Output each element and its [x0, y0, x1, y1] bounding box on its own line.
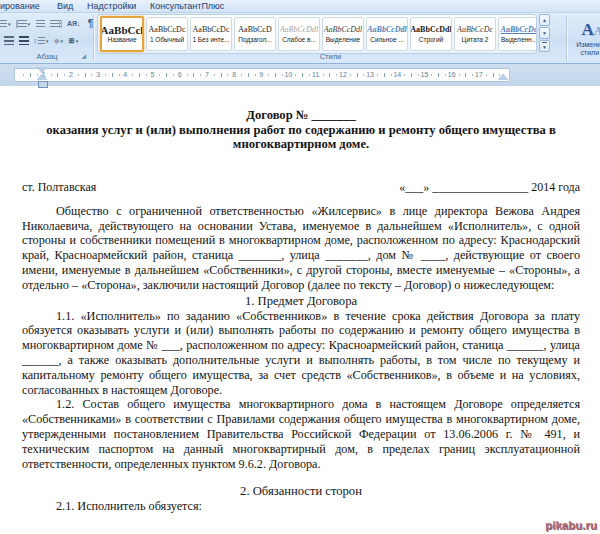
ruler-tick	[404, 74, 405, 76]
change-styles-button[interactable]: AA Изменить стили ▾	[569, 15, 600, 61]
ruler-tick	[78, 74, 79, 76]
horizontal-ruler[interactable]: 1234567891011121314151617	[0, 64, 600, 86]
style-sample: AaBbCcD	[238, 25, 271, 35]
more-styles-icon: ▼	[542, 42, 547, 50]
style-item-6[interactable]: AaBbCcDdlСильное ...	[366, 17, 408, 51]
gallery-scroll-down-button[interactable]: ▼	[539, 27, 550, 39]
tab-view[interactable]: Вид	[57, 0, 73, 12]
scroll-down-icon: ▼	[542, 30, 547, 36]
hanging-indent-marker[interactable]	[37, 74, 47, 80]
increase-indent-button[interactable]	[48, 16, 64, 31]
align-justify-button[interactable]	[2, 33, 16, 48]
line-spacing-lines-icon	[38, 37, 45, 45]
ruler-tick	[465, 73, 466, 77]
ruler-number: 8	[232, 70, 236, 80]
shading-button[interactable]: ◆▾	[52, 33, 66, 48]
style-item-7[interactable]: AaBbCcDdlСтрогий	[410, 17, 452, 51]
ruler-number: 7	[205, 70, 209, 80]
contract-date[interactable]: «___» ________________ 2014 года	[399, 180, 580, 195]
shading-icon: ◆	[54, 36, 59, 45]
style-item-8[interactable]: AaBbCcDcЦитата 2	[454, 17, 496, 51]
paragraph-dialog-launcher[interactable]: ◢	[75, 51, 92, 62]
style-item-9[interactable]: AaBbCcDcВыделенн...	[498, 17, 537, 51]
ruler-tick	[493, 73, 494, 77]
ruler-tick	[350, 74, 351, 76]
ruler-tick	[119, 74, 120, 76]
ruler-tick	[309, 74, 310, 76]
ruler-number: 4	[123, 70, 127, 80]
paragraph-intro[interactable]: Общество с ограниченной ответственностью…	[22, 204, 580, 293]
ruler-number: 15	[421, 70, 429, 80]
style-sample: AaBbCcDc	[149, 25, 186, 35]
document-editing-area[interactable]: Договор № _______ оказания услуг и (или)…	[0, 86, 600, 534]
multilevel-list-button[interactable]: ▾	[14, 16, 33, 31]
ruler-tick	[57, 73, 58, 77]
paragraph-group: ▾ ▾ АЯ↓ ¶ ↕▾ ◆▾ ⊞▾ Абзац ◢	[0, 13, 94, 63]
left-indent-marker[interactable]	[38, 81, 48, 88]
ruler-number: 17	[475, 70, 483, 80]
paragraph-1-1[interactable]: 1.1. «Исполнитель» по заданию «Собственн…	[22, 309, 580, 398]
ruler-tick	[377, 74, 378, 76]
ruler-tick	[214, 74, 215, 76]
ruler-tick	[159, 74, 160, 76]
section-heading-1[interactable]: 1. Предмет Договора	[22, 294, 580, 309]
right-indent-marker[interactable]	[498, 74, 508, 80]
align-fill-button[interactable]	[17, 33, 31, 48]
change-styles-label: Изменить стили	[576, 41, 600, 56]
borders-button[interactable]: ⊞▾	[67, 33, 81, 48]
tab-consultantplus[interactable]: КонсультантПлюс	[150, 0, 224, 12]
paragraph-2-1[interactable]: 2.1. Исполнитель обязуется:	[22, 499, 580, 514]
contract-place[interactable]: ст. Полтавская	[22, 180, 96, 195]
style-sample: AaBbCcDdl	[367, 25, 407, 35]
ruler-number: 14	[393, 70, 401, 80]
pikabu-watermark: pikabu.ru	[545, 519, 597, 531]
style-label: Название	[107, 35, 136, 44]
paragraph-1-2[interactable]: 1.2. Состав общего имущества многокварти…	[22, 397, 580, 471]
ruler-tick	[472, 74, 473, 76]
decrease-indent-button[interactable]	[33, 16, 47, 31]
ruler-tick	[64, 74, 65, 76]
ruler-tick	[248, 73, 249, 77]
bullets-icon	[0, 20, 7, 28]
style-item-1[interactable]: AaBbCcDc1 Обычный	[146, 17, 188, 51]
ruler-number: 2	[69, 70, 73, 80]
style-item-2[interactable]: AaBbCcDc1 Без инте...	[190, 17, 232, 51]
ruler-tick	[132, 74, 133, 76]
ruler-number: 11	[312, 70, 319, 80]
chevron-down-icon: ▾	[46, 38, 49, 44]
style-item-0[interactable]: AaBbCclНазвание	[100, 16, 144, 52]
ruler-tick	[105, 74, 106, 76]
style-label: Выделенн...	[501, 35, 537, 44]
style-item-4[interactable]: AaBbCcDdlСлабое в...	[278, 17, 320, 51]
tab-addins[interactable]: Надстройки	[87, 0, 136, 12]
ruler-tick	[363, 74, 364, 76]
tab-reviewing-cut[interactable]: ирование	[0, 0, 40, 12]
first-line-indent-marker[interactable]	[37, 67, 47, 73]
ruler-tick	[357, 73, 358, 77]
style-item-5[interactable]: AaBbCcDdlВыделение	[322, 17, 364, 51]
change-styles-group: AA Изменить стили ▾	[567, 13, 600, 63]
ruler-number: 13	[366, 70, 374, 80]
bullets-button[interactable]: ▾	[0, 16, 13, 31]
style-label: 1 Без инте...	[192, 35, 229, 44]
gallery-more-button[interactable]: ▼	[539, 40, 550, 52]
ruler-track[interactable]: 1234567891011121314151617	[14, 68, 510, 82]
align-justify-icon	[4, 36, 14, 45]
ruler-number: 5	[151, 70, 155, 80]
ruler-tick	[459, 74, 460, 76]
style-label: 1 Обычный	[150, 35, 184, 44]
style-item-3[interactable]: AaBbCcDПодзагол...	[234, 17, 276, 51]
sort-button[interactable]: АЯ↓	[65, 16, 83, 31]
line-spacing-button[interactable]: ↕▾	[32, 33, 51, 48]
chevron-down-icon: ▾	[28, 21, 31, 27]
ruler-number: 9	[259, 70, 263, 80]
section-heading-2[interactable]: 2. Обязанности сторон	[22, 484, 580, 499]
gallery-scroll-up-button[interactable]: ▲	[539, 14, 550, 26]
ruler-tick	[139, 73, 140, 77]
multilevel-list-icon	[16, 20, 27, 28]
ruler-tick	[30, 73, 31, 77]
contract-title-line2[interactable]: оказания услуг и (или) выполнения работ …	[22, 123, 580, 152]
ribbon-tab-bar: ирование Вид Надстройки КонсультантПлюс	[0, 0, 600, 13]
contract-title-line1[interactable]: Договор № _______	[22, 108, 580, 123]
style-sample: AaBbCcDdl	[324, 25, 363, 35]
